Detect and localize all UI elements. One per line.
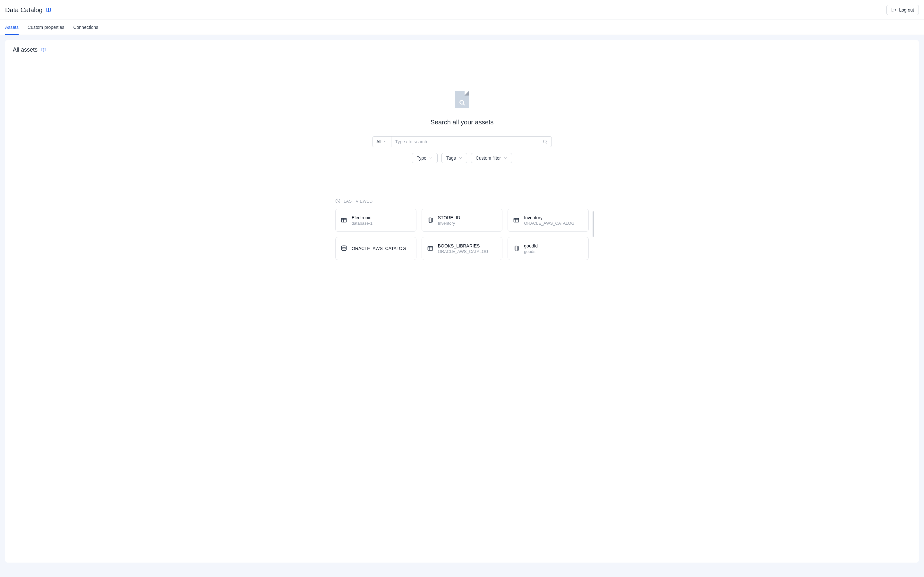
page-title: Data Catalog bbox=[5, 6, 43, 14]
last-viewed-card[interactable]: InventoryORACLE_AWS_CATALOG bbox=[507, 209, 589, 232]
svg-rect-9 bbox=[429, 218, 431, 223]
panel-title: All assets bbox=[13, 47, 37, 53]
card-title: Inventory bbox=[524, 215, 574, 220]
filter-type[interactable]: Type bbox=[412, 153, 438, 163]
app-header: Data Catalog Log out bbox=[0, 0, 924, 20]
last-viewed-card[interactable]: Electronicdatabase-1 bbox=[335, 209, 417, 232]
search-heading: Search all your assets bbox=[431, 119, 494, 126]
table-icon bbox=[427, 245, 433, 251]
chevron-down-icon bbox=[459, 156, 462, 160]
logout-label: Log out bbox=[899, 7, 914, 13]
column-icon bbox=[427, 217, 433, 223]
chevron-down-icon bbox=[503, 156, 507, 160]
chevron-down-icon bbox=[429, 156, 433, 160]
last-viewed-card[interactable]: BOOKS_LIBRARIESORACLE_AWS_CATALOG bbox=[422, 237, 503, 260]
chevron-down-icon bbox=[383, 140, 387, 143]
table-icon bbox=[513, 217, 519, 223]
book-icon[interactable] bbox=[41, 47, 46, 52]
search-scope-label: All bbox=[376, 139, 381, 144]
svg-rect-16 bbox=[428, 247, 433, 250]
last-viewed-card[interactable]: goodIdgoods bbox=[507, 237, 589, 260]
card-subtitle: database-1 bbox=[352, 221, 373, 226]
svg-line-2 bbox=[463, 104, 465, 105]
last-viewed-heading: LAST VIEWED bbox=[344, 199, 373, 203]
panel-all-assets: All assets Search all your assets All bbox=[5, 40, 919, 562]
column-icon bbox=[513, 245, 519, 251]
svg-rect-19 bbox=[515, 246, 517, 251]
logout-button[interactable]: Log out bbox=[887, 5, 919, 15]
search-icon[interactable] bbox=[539, 137, 551, 147]
tab-custom-properties[interactable]: Custom properties bbox=[27, 20, 64, 35]
card-subtitle: ORACLE_AWS_CATALOG bbox=[524, 221, 574, 226]
filter-custom[interactable]: Custom filter bbox=[471, 153, 512, 163]
filter-row: Type Tags Custom filter bbox=[412, 153, 512, 163]
logout-icon bbox=[891, 7, 897, 13]
tab-connections[interactable]: Connections bbox=[73, 20, 98, 35]
filter-tags[interactable]: Tags bbox=[441, 153, 467, 163]
card-title: BOOKS_LIBRARIES bbox=[438, 243, 488, 248]
card-subtitle: Inventory bbox=[438, 221, 460, 226]
search-block: Search all your assets All bbox=[13, 91, 911, 163]
last-viewed-card[interactable]: STORE_IDInventory bbox=[422, 209, 503, 232]
scrollbar[interactable] bbox=[593, 211, 594, 237]
card-title: goodId bbox=[524, 243, 538, 248]
search-scope-dropdown[interactable]: All bbox=[373, 137, 391, 147]
svg-rect-12 bbox=[514, 218, 519, 222]
tabs: Assets Custom properties Connections bbox=[0, 20, 924, 35]
last-viewed-section: LAST VIEWED Electronicdatabase-1 STORE_I… bbox=[335, 198, 589, 260]
card-title: STORE_ID bbox=[438, 215, 460, 220]
card-title: Electronic bbox=[352, 215, 373, 220]
svg-point-15 bbox=[342, 246, 347, 247]
tab-assets[interactable]: Assets bbox=[5, 20, 19, 35]
search-bar: All bbox=[372, 136, 552, 147]
database-icon bbox=[341, 245, 347, 251]
table-icon bbox=[341, 217, 347, 223]
card-title: ORACLE_AWS_CATALOG bbox=[352, 246, 406, 251]
main-area: All assets Search all your assets All bbox=[0, 35, 924, 577]
last-viewed-card[interactable]: ORACLE_AWS_CATALOG bbox=[335, 237, 417, 260]
card-subtitle: ORACLE_AWS_CATALOG bbox=[438, 249, 488, 254]
svg-rect-6 bbox=[342, 218, 347, 222]
svg-line-4 bbox=[546, 143, 547, 143]
search-input[interactable] bbox=[391, 137, 539, 147]
clock-icon bbox=[335, 198, 341, 203]
book-icon[interactable] bbox=[46, 7, 51, 13]
svg-point-3 bbox=[543, 140, 546, 143]
card-subtitle: goods bbox=[524, 249, 538, 254]
document-search-icon bbox=[455, 91, 469, 108]
